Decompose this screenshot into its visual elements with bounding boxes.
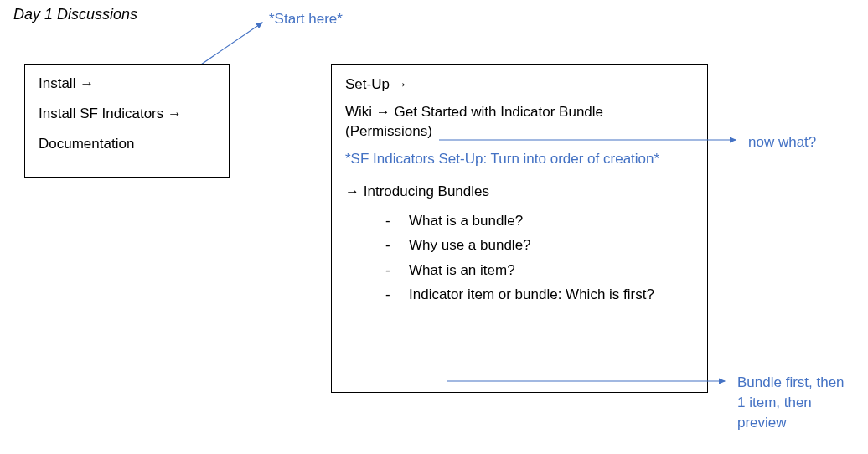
bullet-what-is-item: What is an item? bbox=[385, 260, 694, 281]
install-line-1: Install → bbox=[39, 75, 215, 92]
documentation-text: Documentation bbox=[39, 136, 134, 152]
setup-text: Set-Up bbox=[345, 76, 390, 92]
intro-bundles-line: → Introducing Bundles bbox=[345, 183, 694, 202]
install-line-2: Install SF Indicators → bbox=[39, 106, 215, 122]
install-line-3: Documentation bbox=[39, 136, 215, 152]
arrow-to-start-here bbox=[197, 19, 268, 70]
wiki-prefix: Wiki bbox=[345, 104, 372, 120]
svg-line-0 bbox=[199, 23, 262, 66]
annotation-now-what: now what? bbox=[748, 132, 816, 152]
sf-indicators-note: *SF Indicators Set-Up: Turn into order o… bbox=[345, 150, 694, 169]
bullet-what-is-bundle: What is a bundle? bbox=[385, 210, 694, 232]
setup-line: Set-Up → bbox=[345, 75, 694, 95]
arrow-icon: → bbox=[345, 183, 359, 199]
arrow-icon: → bbox=[376, 104, 390, 120]
box-setup: Set-Up → Wiki → Get Started with Indicat… bbox=[331, 64, 708, 393]
box-install: Install → Install SF Indicators → Docume… bbox=[24, 64, 230, 178]
install-text: Install bbox=[39, 75, 75, 91]
arrow-icon: → bbox=[80, 75, 94, 91]
annotation-start-here: *Start here* bbox=[269, 9, 343, 29]
intro-bundles-text: Introducing Bundles bbox=[364, 183, 489, 199]
bundles-bullet-list: What is a bundle? Why use a bundle? What… bbox=[345, 210, 694, 306]
arrow-icon: → bbox=[168, 106, 182, 121]
wiki-line: Wiki → Get Started with Indicator Bundle… bbox=[345, 103, 694, 142]
install-sf-text: Install SF Indicators bbox=[39, 106, 163, 121]
bullet-which-is-first: Indicator item or bundle: Which is first… bbox=[385, 284, 694, 306]
annotation-bundle-first: Bundle first, then 1 item, then preview bbox=[737, 373, 846, 432]
page-title: Day 1 Discussions bbox=[13, 6, 137, 23]
bullet-why-use-bundle: Why use a bundle? bbox=[385, 235, 694, 256]
arrow-icon: → bbox=[394, 76, 408, 92]
